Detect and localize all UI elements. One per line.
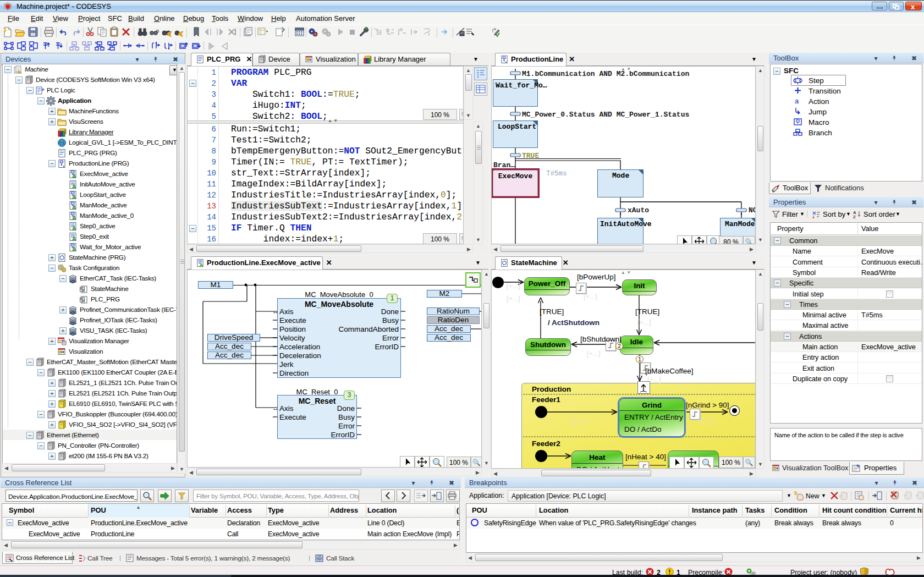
svg-text:a: a bbox=[795, 97, 799, 105]
svg-text:B: B bbox=[156, 29, 159, 34]
svg-text:Z: Z bbox=[853, 215, 856, 218]
